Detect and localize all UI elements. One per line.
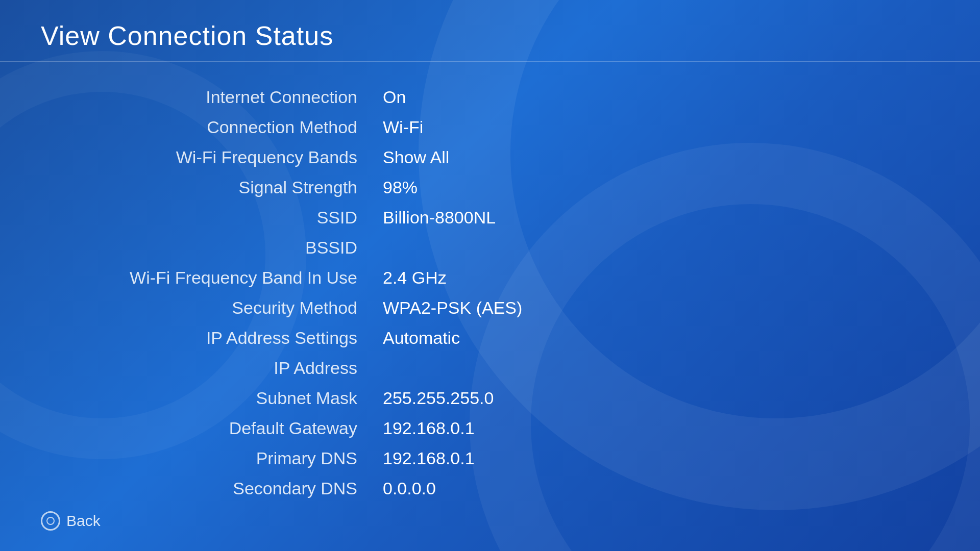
row-value: 192.168.0.1: [378, 418, 980, 438]
circle-icon: [41, 511, 60, 531]
row-value: 98%: [378, 178, 980, 197]
row-label: Default Gateway: [0, 418, 378, 438]
row-label: Subnet Mask: [0, 388, 378, 408]
table-row: Internet ConnectionOn: [0, 82, 980, 112]
row-value: 0.0.0.0: [378, 479, 980, 498]
row-label: Wi-Fi Frequency Band In Use: [0, 268, 378, 288]
row-label: IP Address Settings: [0, 328, 378, 348]
row-label: SSID: [0, 208, 378, 228]
row-value: On: [378, 87, 980, 107]
row-label: Internet Connection: [0, 87, 378, 107]
footer: Back: [0, 501, 980, 551]
table-row: Connection MethodWi-Fi: [0, 112, 980, 142]
row-label: Signal Strength: [0, 178, 378, 197]
row-value: Show All: [378, 147, 980, 167]
table-row: Primary DNS192.168.0.1: [0, 443, 980, 473]
row-label: IP Address: [0, 358, 378, 378]
back-label: Back: [66, 512, 101, 530]
row-value: Automatic: [378, 328, 980, 348]
table-row: SSIDBillion-8800NL: [0, 203, 980, 233]
table-row: IP Address: [0, 353, 980, 383]
row-label: Primary DNS: [0, 448, 378, 468]
table-row: Wi-Fi Frequency Band In Use2.4 GHz: [0, 263, 980, 293]
info-table: Internet ConnectionOnConnection MethodWi…: [0, 82, 980, 501]
table-row: Wi-Fi Frequency BandsShow All: [0, 142, 980, 172]
row-label: Security Method: [0, 298, 378, 318]
page-title: View Connection Status: [41, 20, 939, 51]
row-value: 2.4 GHz: [378, 268, 980, 288]
row-label: Secondary DNS: [0, 479, 378, 498]
row-value: WPA2-PSK (AES): [378, 298, 980, 318]
table-row: IP Address SettingsAutomatic: [0, 323, 980, 353]
table-row: Secondary DNS0.0.0.0: [0, 473, 980, 501]
back-button[interactable]: Back: [41, 511, 101, 531]
row-label: Connection Method: [0, 117, 378, 137]
table-row: Security MethodWPA2-PSK (AES): [0, 293, 980, 323]
row-label: Wi-Fi Frequency Bands: [0, 147, 378, 167]
page-header: View Connection Status: [0, 0, 980, 62]
row-label: BSSID: [0, 238, 378, 258]
table-row: BSSID: [0, 233, 980, 263]
row-value: 255.255.255.0: [378, 388, 980, 408]
row-value: Billion-8800NL: [378, 208, 980, 228]
table-row: Signal Strength98%: [0, 172, 980, 203]
row-value: Wi-Fi: [378, 117, 980, 137]
table-row: Subnet Mask255.255.255.0: [0, 383, 980, 413]
main-area: Internet ConnectionOnConnection MethodWi…: [0, 62, 980, 501]
row-value: 192.168.0.1: [378, 448, 980, 468]
table-row: Default Gateway192.168.0.1: [0, 413, 980, 443]
page-content: View Connection Status Internet Connecti…: [0, 0, 980, 551]
